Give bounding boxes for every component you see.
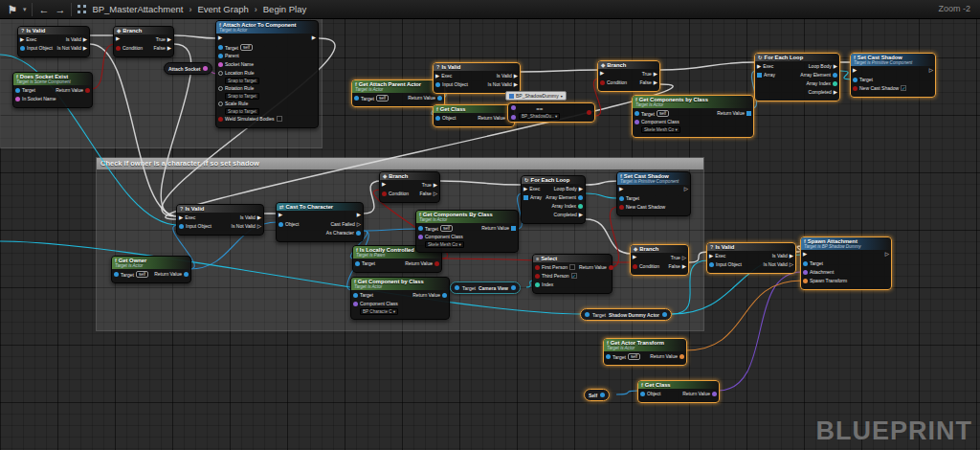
pin-exec[interactable]: ▶ (20, 37, 24, 42)
pin-enum[interactable] (218, 101, 223, 106)
blueprint-graph-canvas[interactable]: Check if owner is a character, if so set… (0, 0, 980, 450)
pin-transform[interactable] (679, 354, 684, 359)
pin-object[interactable] (578, 195, 583, 200)
bookmark-icon[interactable]: ⚑ (8, 1, 17, 18)
pin-object[interactable] (218, 54, 223, 58)
pin-exec[interactable]: ▶ (435, 74, 439, 79)
pin-class[interactable] (511, 105, 516, 110)
pin-object[interactable] (435, 82, 440, 87)
node-does-socket-exist[interactable]: fDoes Socket ExistTarget is Scene Compon… (12, 72, 93, 108)
pin-object[interactable] (662, 312, 667, 317)
node-get-components-by-class-a[interactable]: fGet Components by ClassTarget is ActorT… (632, 95, 754, 138)
pin-object[interactable] (278, 222, 283, 227)
pin-exec[interactable]: ▶ (709, 254, 713, 259)
checkbox-unchecked[interactable] (569, 264, 575, 270)
node-is-valid-a[interactable]: ?Is Valid▶ExecIs Valid▶Input ObjectIs No… (17, 26, 90, 57)
pill-self-var[interactable]: Self (584, 389, 610, 401)
pin-object[interactable] (435, 116, 440, 121)
pin-exec[interactable]: ▶ (167, 37, 171, 42)
pin-object[interactable] (455, 285, 459, 290)
pin-bool[interactable] (600, 80, 605, 85)
pin-exec[interactable]: ▶ (579, 187, 583, 191)
pin-bool[interactable] (434, 261, 439, 266)
breadcrumb-begin-play[interactable]: Begin Play (263, 4, 306, 14)
pin-class[interactable] (353, 302, 358, 306)
pin-exec[interactable]: ▶ (682, 264, 686, 269)
pin-object[interactable] (184, 272, 189, 277)
pin-array[interactable] (757, 73, 762, 78)
class-dropdown[interactable]: BP_ShadowDu.. ▾ (519, 113, 560, 120)
node-is-valid-c[interactable]: ?Is Valid▶ExecIs Valid▶Input ObjectIs No… (176, 204, 264, 236)
node-get-actor-transform[interactable]: fGet Actor TransformTarget is ActorTarge… (603, 338, 687, 366)
breadcrumb-event-graph[interactable]: Event Graph (197, 4, 248, 14)
pin-exec[interactable]: ▶ (514, 82, 518, 87)
pin-exec[interactable]: ▶ (579, 213, 583, 217)
pin-object[interactable] (437, 96, 442, 101)
pin-bool[interactable] (116, 46, 121, 51)
pin-exec[interactable]: ▶ (803, 252, 807, 257)
node-get-class-a[interactable]: fGet ClassObjectReturn Value (433, 104, 515, 127)
pin-object[interactable] (640, 392, 645, 396)
pin-bool[interactable] (85, 88, 90, 93)
pin-object[interactable] (803, 261, 808, 266)
node-get-component-by-class[interactable]: fGet Component by ClassTarget is ActorTa… (350, 277, 450, 320)
pin-exec[interactable]: ▶ (790, 254, 793, 259)
pin-exec[interactable]: ▷ (682, 256, 686, 260)
pin-array[interactable] (511, 226, 516, 231)
pin-array[interactable] (746, 111, 751, 116)
pin-object[interactable] (619, 196, 624, 201)
class-picker-dropdown[interactable]: BP_ShadowDummy▾ (505, 91, 567, 101)
enum-dropdown[interactable]: Snap to Target (225, 108, 259, 115)
self-value-field[interactable]: self (657, 110, 669, 117)
pin-exec[interactable]: ▶ (434, 183, 437, 188)
enum-dropdown[interactable]: Snap to Target (225, 93, 259, 100)
node-get-owner[interactable]: fGet OwnerTarget is ActorTargetselfRetur… (111, 256, 191, 283)
pin-class[interactable] (418, 235, 423, 239)
node-branch-b[interactable]: ◆Branch▶True▶ConditionFalse▶ (597, 60, 660, 92)
node-spawn-attachment[interactable]: fSpawn AttachmentTarget is BP Shadow Dum… (800, 236, 892, 290)
pin-transform[interactable] (803, 279, 808, 283)
pin-exec[interactable]: ▶ (654, 72, 657, 77)
pin-bool[interactable] (535, 274, 540, 279)
enum-dropdown[interactable]: Skele Mesh Co ▾ (425, 241, 464, 248)
pin-object[interactable] (585, 312, 590, 317)
pin-int[interactable] (578, 204, 583, 209)
nav-back-button[interactable]: ← (38, 1, 49, 18)
pin-exec[interactable]: ▷ (684, 187, 688, 191)
checkbox-checked[interactable]: ✓ (571, 273, 577, 279)
pin-exec[interactable]: ▷ (434, 191, 437, 196)
pin-enum[interactable] (218, 86, 223, 91)
node-cast-to-character[interactable]: ⇄Cast To Character▶▶ObjectCast Failed▷As… (276, 202, 364, 242)
pin-object[interactable] (218, 45, 223, 50)
pin-object[interactable] (600, 393, 605, 397)
pin-exec[interactable]: ▶ (834, 64, 837, 69)
pin-exec[interactable]: ▷ (885, 252, 889, 257)
pin-exec[interactable]: ▶ (167, 46, 171, 51)
pin-class[interactable] (712, 392, 717, 396)
pin-object[interactable] (353, 293, 358, 298)
pin-object[interactable] (15, 88, 20, 93)
node-for-each-loop-b[interactable]: ↻For Each Loop▶ExecLoop Body▶ArrayArray … (521, 175, 586, 224)
pin-object[interactable] (511, 285, 516, 290)
pin-exec[interactable]: ▶ (834, 90, 837, 95)
pin-object[interactable] (418, 226, 423, 231)
pin-exec[interactable]: ▶ (600, 71, 604, 76)
comment-title[interactable]: Check if owner is a character, if so set… (97, 158, 703, 169)
pin-exec[interactable]: ▶ (514, 74, 518, 79)
checkbox-checked[interactable]: ✓ (901, 85, 906, 91)
self-value-field[interactable]: self (376, 95, 389, 101)
pin-class[interactable] (635, 120, 639, 124)
pin-exec[interactable]: ▶ (523, 187, 527, 191)
enum-dropdown[interactable]: BP Characte C ▾ (360, 308, 398, 315)
node-attach-actor-to-component[interactable]: fAttach Actor To ComponentTarget is Acto… (215, 20, 319, 128)
pin-object[interactable] (606, 354, 611, 359)
self-value-field[interactable]: self (136, 271, 148, 278)
pin-exec[interactable]: ▶ (619, 187, 623, 191)
pin-object[interactable] (635, 111, 639, 116)
self-value-field[interactable]: self (628, 353, 640, 360)
pin-exec[interactable]: ▶ (633, 255, 636, 259)
node-branch-a[interactable]: ◆Branch▶True▶ConditionFalse▶ (113, 26, 174, 57)
pin-class[interactable] (511, 115, 516, 120)
bookmark-caret-icon[interactable]: ▾ (23, 6, 27, 13)
pin-enum[interactable] (218, 71, 223, 76)
